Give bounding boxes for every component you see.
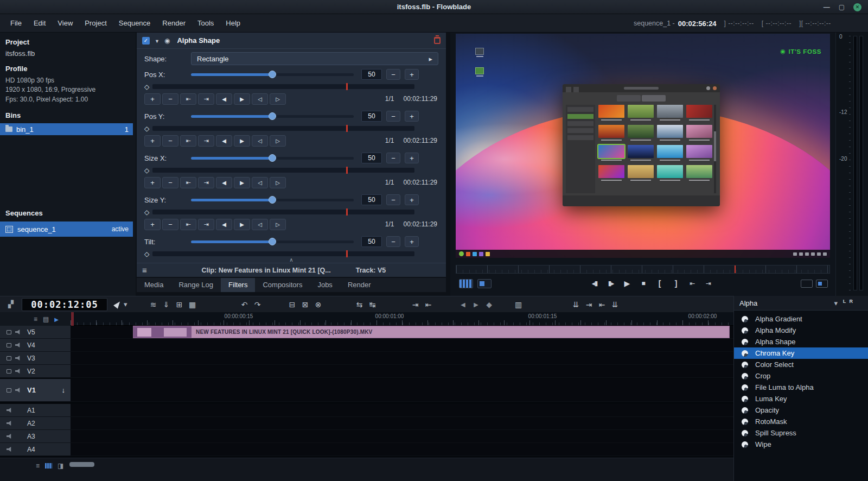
kf-slip-next-button[interactable] xyxy=(270,177,286,188)
minimize-button[interactable] xyxy=(824,4,830,10)
track-head-v2[interactable]: V2 xyxy=(0,365,71,378)
kf-next-button[interactable] xyxy=(198,219,214,230)
close-button[interactable] xyxy=(853,3,861,11)
prev-frame-button[interactable] xyxy=(216,177,232,188)
param-value[interactable]: 50 xyxy=(361,153,382,163)
delete-filter-icon[interactable] xyxy=(434,37,441,44)
filter-item-alpha-shape[interactable]: Alpha Shape xyxy=(734,336,868,347)
track-audio-icon[interactable] xyxy=(15,330,21,334)
filter-item-alpha-gradient[interactable]: Alpha Gradient xyxy=(734,313,868,325)
slider-handle[interactable] xyxy=(269,238,276,245)
tab-range-log[interactable]: Range Log xyxy=(171,278,221,292)
menu-view[interactable]: View xyxy=(52,14,79,33)
kf-next-button[interactable] xyxy=(198,135,214,147)
param-value[interactable]: 50 xyxy=(361,194,382,205)
monitor-playhead[interactable] xyxy=(735,265,736,273)
tab-render[interactable]: Render xyxy=(340,278,379,292)
monitor-play-button[interactable] xyxy=(621,277,633,289)
shape-select[interactable]: Rectangle xyxy=(191,52,438,65)
filter-enabled-checkbox[interactable] xyxy=(142,37,150,45)
timeline-timecode-display[interactable]: 00:02:12:05 xyxy=(22,298,107,311)
track-head-v3[interactable]: V3 xyxy=(0,352,71,365)
kf-prev-button[interactable] xyxy=(180,219,196,230)
append-icon[interactable] xyxy=(173,299,186,311)
track-audio-icon[interactable] xyxy=(15,369,21,374)
roll-icon[interactable] xyxy=(483,299,496,311)
next-frame-button[interactable] xyxy=(234,177,250,188)
track-head-v4[interactable]: V4 xyxy=(0,339,71,352)
track-audio-icon[interactable] xyxy=(15,343,21,347)
splice-out-icon[interactable] xyxy=(286,299,299,311)
sync-icon[interactable] xyxy=(570,299,583,311)
kf-delete-button[interactable] xyxy=(162,177,178,188)
tab-media[interactable]: Media xyxy=(137,278,171,292)
timeline-ruler[interactable]: 00:00:00:15 00:00:01:00 00:00:01:15 00:0… xyxy=(0,312,733,326)
tab-jobs[interactable]: Jobs xyxy=(310,278,340,292)
filter-group-dropdown[interactable]: Alpha L R xyxy=(734,296,868,311)
size-y-slider[interactable] xyxy=(191,193,354,207)
keyframe-timeline[interactable] xyxy=(152,210,414,214)
decrement-button[interactable] xyxy=(386,69,400,80)
split-audio-icon[interactable] xyxy=(366,299,379,311)
slider-handle[interactable] xyxy=(269,196,276,204)
kf-slip-prev-button[interactable] xyxy=(252,93,268,105)
keyframe-diamond-icon[interactable] xyxy=(144,208,149,216)
filter-item-wipe[interactable]: Wipe xyxy=(734,439,868,450)
monitor-position-bar[interactable] xyxy=(456,265,830,274)
kf-add-button[interactable] xyxy=(144,135,161,147)
next-frame-button[interactable] xyxy=(234,135,250,147)
next-frame-button[interactable] xyxy=(234,219,250,230)
keyframe-timeline[interactable] xyxy=(152,126,414,131)
decrement-button[interactable] xyxy=(386,153,400,163)
filter-item-alpha-modify[interactable]: Alpha Modify xyxy=(734,325,868,336)
track-audio-icon[interactable] xyxy=(7,434,12,439)
monitor-stop-button[interactable] xyxy=(637,277,649,289)
param-value[interactable]: 50 xyxy=(361,111,382,122)
hamburger-menu-icon[interactable] xyxy=(142,265,147,275)
tilt-slider[interactable] xyxy=(191,235,354,249)
next-frame-button[interactable] xyxy=(234,93,250,105)
trim-left-icon[interactable] xyxy=(457,299,470,311)
keyframe-diamond-icon[interactable] xyxy=(144,124,149,132)
clip-view-button[interactable] xyxy=(477,279,492,288)
keyframe-diamond-icon[interactable] xyxy=(144,83,149,91)
slider-handle[interactable] xyxy=(269,71,276,78)
marker-next-icon[interactable] xyxy=(583,299,596,311)
prev-frame-button[interactable] xyxy=(216,219,232,230)
keyframe-diamond-icon[interactable] xyxy=(144,166,149,174)
kf-slip-prev-button[interactable] xyxy=(252,135,268,147)
scroll-up-indicator-icon[interactable] xyxy=(289,257,293,263)
redo-icon[interactable] xyxy=(251,299,264,311)
track-head-a4[interactable]: A4 xyxy=(0,443,71,456)
filter-item-crop[interactable]: Crop xyxy=(734,370,868,382)
track-head-a1[interactable]: A1 xyxy=(0,404,71,417)
sequence-list-item[interactable]: sequence_1 active xyxy=(0,221,133,237)
keyframe-timeline[interactable] xyxy=(152,251,414,256)
source-levels-icon[interactable] xyxy=(147,299,160,311)
kf-add-button[interactable] xyxy=(144,219,161,230)
keyframe-timeline[interactable] xyxy=(152,84,414,89)
filter-item-luma-key[interactable]: Luma Key xyxy=(734,393,868,404)
increment-button[interactable] xyxy=(405,153,419,163)
track-monitor-icon[interactable] xyxy=(7,330,11,334)
prev-frame-button[interactable] xyxy=(216,93,232,105)
track-head-v5[interactable]: V5 xyxy=(0,326,71,339)
timeline-view-button[interactable] xyxy=(459,279,473,288)
monitor-prev-frame-button[interactable] xyxy=(589,277,601,289)
tab-compositors[interactable]: Compositors xyxy=(255,278,310,292)
keyframe-timeline[interactable] xyxy=(152,168,414,173)
kf-add-button[interactable] xyxy=(144,93,161,105)
monitor-display-alt-button[interactable] xyxy=(816,280,828,288)
slider-handle[interactable] xyxy=(269,154,276,162)
pos-x-slider[interactable] xyxy=(191,67,354,81)
track-monitor-icon[interactable] xyxy=(7,369,11,374)
kf-slip-next-button[interactable] xyxy=(270,219,286,230)
mark-in-button[interactable] xyxy=(654,277,666,289)
track-rows-icon[interactable] xyxy=(43,315,49,323)
resync-icon[interactable] xyxy=(353,299,366,311)
track-monitor-icon[interactable] xyxy=(7,343,11,347)
track-head-v1[interactable]: V1 xyxy=(0,379,71,402)
decrement-button[interactable] xyxy=(386,236,400,247)
menu-help[interactable]: Help xyxy=(220,14,246,33)
size-x-slider[interactable] xyxy=(191,151,354,165)
